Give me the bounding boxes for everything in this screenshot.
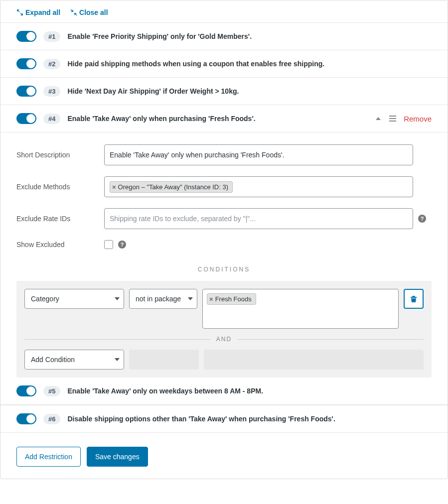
add-condition-select[interactable]: Add Condition	[24, 350, 124, 370]
expand-all-link[interactable]: Expand all	[16, 8, 60, 16]
conditions-area: Category not in package × Fresh Foods AN…	[16, 281, 432, 378]
rule-badge: #4	[43, 114, 60, 124]
rule-row[interactable]: #3 Hide 'Next Day Air Shipping' if Order…	[0, 78, 448, 105]
rule-toggle[interactable]	[16, 86, 36, 97]
row-actions: Remove	[375, 115, 432, 123]
method-tag: × Oregon – "Take Away" (Instance ID: 3)	[110, 181, 233, 193]
rule-title: Hide paid shipping methods when using a …	[67, 60, 432, 68]
remove-link[interactable]: Remove	[404, 115, 432, 123]
rule-badge: #3	[43, 86, 60, 97]
method-tag-label: Oregon – "Take Away" (Instance ID: 3)	[118, 183, 228, 191]
footer: Add Restriction Save changes	[0, 433, 448, 467]
expand-icon	[16, 9, 23, 16]
collapse-icon[interactable]	[375, 115, 382, 122]
rule-title: Disable shipping options other than 'Tak…	[67, 415, 432, 423]
condition-field-select[interactable]: Category	[24, 289, 124, 309]
value-tag: × Fresh Foods	[207, 293, 256, 305]
show-excluded-label: Show Excluded	[16, 241, 96, 249]
save-changes-label: Save changes	[95, 453, 140, 461]
exclude-rate-ids-input[interactable]	[104, 208, 413, 229]
toolbar: Expand all Close all	[0, 0, 448, 23]
placeholder-value	[204, 350, 424, 370]
rule-toggle[interactable]	[16, 113, 36, 124]
help-icon[interactable]: ?	[418, 215, 426, 223]
rule-title: Enable 'Take Away' only on weekdays betw…	[67, 387, 432, 395]
restrictions-panel: Expand all Close all #1 Enable 'Free Pri…	[0, 0, 448, 479]
short-description-input[interactable]	[104, 144, 413, 165]
chevron-down-icon	[115, 358, 120, 361]
save-changes-button[interactable]: Save changes	[87, 447, 148, 467]
and-divider: AND	[24, 336, 424, 343]
rule-badge: #5	[43, 386, 60, 396]
condition-operator-select[interactable]: not in package	[129, 289, 197, 309]
exclude-methods-input[interactable]: × Oregon – "Take Away" (Instance ID: 3)	[104, 176, 413, 197]
close-all-label: Close all	[79, 8, 108, 16]
rule-title: Enable 'Take Away' only when purchasing …	[67, 115, 368, 123]
trash-icon	[410, 295, 418, 303]
field-exclude-rate-ids: Exclude Rate IDs ?	[16, 208, 432, 229]
help-icon[interactable]: ?	[118, 241, 126, 249]
field-exclude-methods: Exclude Methods × Oregon – "Take Away" (…	[16, 176, 432, 197]
remove-tag-icon[interactable]: ×	[112, 184, 116, 190]
delete-condition-button[interactable]	[404, 289, 424, 309]
rule-row[interactable]: #5 Enable 'Take Away' only on weekdays b…	[0, 378, 448, 405]
add-condition-label: Add Condition	[31, 356, 75, 364]
rule-badge: #1	[43, 31, 60, 42]
rule-row[interactable]: #2 Hide paid shipping methods when using…	[0, 50, 448, 78]
value-tag-label: Fresh Foods	[215, 295, 252, 303]
placeholder-operator	[129, 350, 199, 370]
rule-row[interactable]: #6 Disable shipping options other than '…	[0, 405, 448, 433]
add-restriction-button[interactable]: Add Restriction	[16, 447, 81, 467]
condition-field-value: Category	[31, 295, 59, 303]
condition-value-input[interactable]: × Fresh Foods	[202, 289, 399, 329]
field-show-excluded: Show Excluded ?	[16, 240, 432, 249]
show-excluded-checkbox[interactable]	[104, 240, 113, 249]
rule-toggle[interactable]	[16, 413, 36, 424]
chevron-down-icon	[115, 297, 120, 300]
rule-toggle[interactable]	[16, 31, 36, 42]
condition-row: Category not in package × Fresh Foods	[24, 289, 424, 329]
rule-badge: #6	[43, 414, 60, 424]
remove-tag-icon[interactable]: ×	[209, 296, 213, 302]
chevron-down-icon	[188, 297, 193, 300]
conditions-header: CONDITIONS	[0, 260, 448, 281]
exclude-methods-label: Exclude Methods	[16, 183, 96, 191]
field-short-description: Short Description	[16, 144, 432, 165]
and-label: AND	[216, 336, 232, 343]
exclude-rate-ids-label: Exclude Rate IDs	[16, 215, 96, 223]
rule-title: Enable 'Free Priority Shipping' only for…	[67, 32, 432, 40]
drag-handle-icon[interactable]	[389, 115, 397, 122]
condition-operator-value: not in package	[136, 295, 181, 303]
short-description-label: Short Description	[16, 151, 96, 159]
rule-title: Hide 'Next Day Air Shipping' if Order We…	[67, 87, 432, 95]
close-all-link[interactable]: Close all	[70, 8, 108, 16]
rule-badge: #2	[43, 59, 60, 69]
collapse-icon	[70, 9, 77, 16]
expand-all-label: Expand all	[25, 8, 60, 16]
rule-toggle[interactable]	[16, 385, 36, 396]
rule-row-expanded[interactable]: #4 Enable 'Take Away' only when purchasi…	[0, 105, 448, 132]
rule-toggle[interactable]	[16, 58, 36, 69]
rule-detail: Short Description Exclude Methods × Oreg…	[0, 132, 448, 249]
rule-row[interactable]: #1 Enable 'Free Priority Shipping' only …	[0, 23, 448, 50]
add-restriction-label: Add Restriction	[25, 453, 72, 461]
add-condition-row: Add Condition	[24, 350, 424, 370]
